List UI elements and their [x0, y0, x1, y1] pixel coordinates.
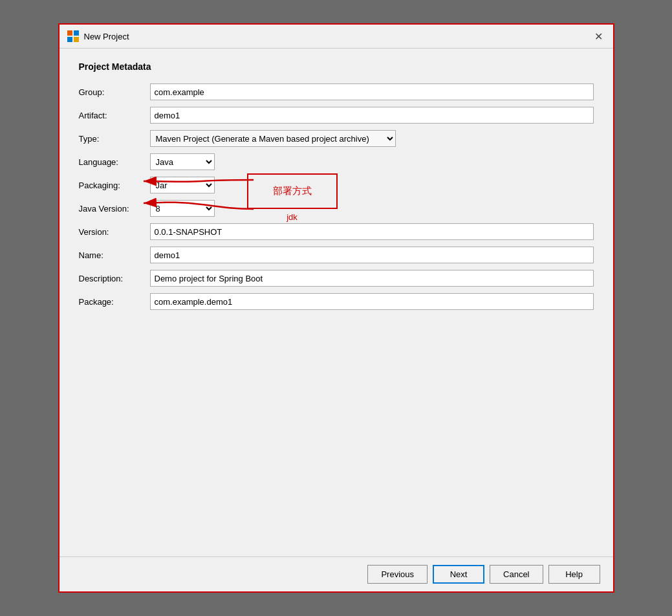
annotation-jdk: jdk — [247, 212, 338, 222]
artifact-label: Artifact: — [79, 111, 150, 120]
svg-rect-1 — [74, 30, 79, 36]
next-button[interactable]: Next — [433, 565, 484, 584]
type-select-container: Maven Project (Generate a Maven based pr… — [150, 130, 396, 147]
artifact-row: Artifact: — [79, 107, 594, 124]
dialog-content: Project Metadata Group: Artifact: Type: … — [60, 49, 613, 556]
description-row: Description: — [79, 270, 594, 287]
package-row: Package: — [79, 293, 594, 310]
name-label: Name: — [79, 250, 150, 260]
type-label: Type: — [79, 134, 150, 144]
annotation-container: 部署方式 jdk — [247, 170, 338, 228]
annotation-text-line1: 部署方式 — [273, 185, 312, 197]
dialog-footer: Previous Next Cancel Help — [60, 556, 613, 591]
previous-button[interactable]: Previous — [367, 565, 428, 584]
arrows-svg — [131, 167, 260, 232]
svg-rect-0 — [67, 30, 72, 36]
language-label: Language: — [79, 157, 150, 167]
new-project-dialog: New Project ✕ Project Metadata Group: Ar… — [58, 23, 614, 593]
section-title: Project Metadata — [79, 61, 594, 72]
description-label: Description: — [79, 274, 150, 283]
type-row: Type: Maven Project (Generate a Maven ba… — [79, 130, 594, 147]
artifact-input[interactable] — [150, 107, 594, 124]
help-button[interactable]: Help — [548, 565, 600, 584]
group-row: Group: — [79, 83, 594, 100]
dialog-title: New Project — [84, 32, 129, 41]
svg-rect-3 — [74, 37, 79, 42]
name-row: Name: — [79, 247, 594, 263]
title-bar-left: New Project — [67, 30, 129, 42]
annotation-box: 部署方式 — [247, 173, 338, 209]
title-bar: New Project ✕ — [60, 25, 613, 49]
type-select[interactable]: Maven Project (Generate a Maven based pr… — [150, 130, 396, 147]
group-input[interactable] — [150, 83, 594, 100]
annotation-area: Packaging: Jar War Java Version: 8 11 17 — [79, 177, 594, 217]
package-input[interactable] — [150, 293, 594, 310]
cancel-button[interactable]: Cancel — [490, 565, 543, 584]
group-label: Group: — [79, 87, 150, 97]
close-button[interactable]: ✕ — [592, 30, 605, 43]
svg-rect-2 — [67, 37, 72, 42]
description-input[interactable] — [150, 270, 594, 287]
name-input[interactable] — [150, 247, 594, 263]
app-icon — [67, 30, 79, 42]
package-label: Package: — [79, 297, 150, 307]
